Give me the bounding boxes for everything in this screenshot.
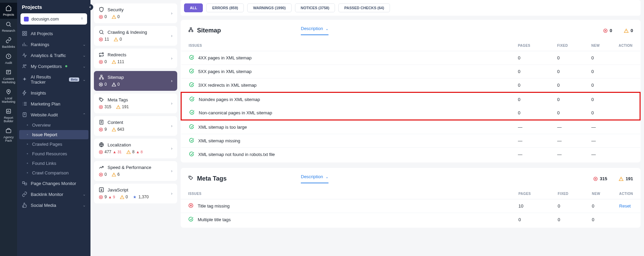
- rail-label: Backlinks: [0, 45, 17, 48]
- category-icon: [99, 74, 104, 80]
- domain-favicon: [24, 17, 29, 22]
- nav-icon: [22, 181, 27, 186]
- category-redirects[interactable]: Redirects 0 111›: [94, 48, 177, 68]
- issue-filter-tabs: ALLERRORS (859)WARNINGS (1990)NOTICES (3…: [181, 0, 641, 16]
- category-crawling-indexing[interactable]: Crawling & Indexing 11 0›: [94, 26, 177, 46]
- nav-icon: [22, 31, 27, 36]
- svg-rect-5: [23, 31, 24, 33]
- rail-item-backlinks[interactable]: Backlinks: [0, 35, 17, 51]
- nav-sub-crawled-pages[interactable]: Crawled Pages: [19, 140, 88, 149]
- issue-row[interactable]: Noindex pages in XML sitemap000: [181, 93, 640, 106]
- filter-passed[interactable]: PASSED CHECKS (64): [338, 3, 390, 12]
- th-issues: ISSUES: [181, 40, 510, 51]
- cell-new: 0: [584, 65, 611, 79]
- nav-label: Social Media: [31, 203, 56, 208]
- rail-item-research[interactable]: Research: [0, 19, 17, 35]
- nav-item-website-audit[interactable]: Website Audit⌃: [17, 109, 90, 120]
- category-security[interactable]: Security 0 0›: [94, 3, 177, 23]
- rail-item-local-marketing[interactable]: LocalMarketing: [0, 86, 17, 106]
- nav-icon: [22, 53, 27, 58]
- filter-all[interactable]: ALL: [184, 3, 203, 12]
- cell-fixed: —: [550, 134, 584, 148]
- error-count: 477 ▲ 31: [99, 150, 122, 154]
- rail-item-projects[interactable]: Projects: [0, 3, 17, 19]
- chevron-icon: ⌄: [83, 77, 86, 82]
- rail-item-report-builder[interactable]: ReportBuilder: [0, 106, 17, 125]
- issue-row[interactable]: Title tag missing1000Reset: [181, 199, 641, 213]
- nav-icon: [22, 42, 27, 47]
- issue-row[interactable]: XML sitemap missing———: [181, 134, 640, 148]
- cell-fixed: 0: [550, 93, 584, 106]
- nav-item-page-changes-monitor[interactable]: Page Changes Monitor: [17, 178, 90, 189]
- status-icon: [189, 151, 194, 158]
- issue-row[interactable]: 3XX redirects in XML sitemap000: [181, 79, 640, 93]
- category-content[interactable]: Content 9 643›: [94, 116, 177, 136]
- error-count: 0: [99, 14, 107, 19]
- nav-item-analytics-traffic[interactable]: Analytics & Traffic⌄: [17, 50, 90, 61]
- nav-icon: [22, 63, 27, 69]
- nav-item-rankings[interactable]: Rankings⌄: [17, 39, 90, 50]
- rail-item-audit[interactable]: Audit: [0, 51, 17, 67]
- rail-label: AgencyPack: [0, 136, 17, 142]
- nav-sub-crawl-comparison[interactable]: Crawl Comparison: [19, 168, 88, 177]
- category-speed-performance[interactable]: Speed & Performance 0 6›: [94, 161, 177, 181]
- chevron-icon: ⌄: [83, 203, 86, 208]
- section-view-dropdown[interactable]: Description ⌄: [301, 174, 328, 183]
- filter-warnings[interactable]: WARNINGS (1990): [247, 3, 291, 12]
- issue-row[interactable]: XML sitemap not found in robots.txt file…: [181, 148, 640, 161]
- nav-item-all-projects[interactable]: All Projects: [17, 28, 90, 39]
- collapse-sidebar-button[interactable]: [87, 4, 93, 10]
- category-sitemap[interactable]: Sitemap 0 0›: [94, 71, 177, 91]
- domain-selector[interactable]: docusign.com: [20, 13, 87, 25]
- status-icon: [189, 55, 194, 61]
- category-icon: [99, 165, 104, 170]
- nav-sub-found-links[interactable]: Found Links: [19, 159, 88, 168]
- cell-fixed: 0: [550, 213, 584, 227]
- nav-item-marketing-plan[interactable]: Marketing Plan: [17, 98, 90, 109]
- svg-point-35: [190, 177, 190, 177]
- chevron-icon: ⌄: [83, 42, 86, 47]
- warning-count: 0: [120, 195, 128, 199]
- rail-icon: [0, 53, 17, 60]
- category-label: Localization: [108, 142, 131, 147]
- filter-errors[interactable]: ERRORS (859): [206, 3, 244, 12]
- cell-pages: —: [510, 134, 550, 148]
- nav-item-backlink-monitor[interactable]: Backlink Monitor⌄: [17, 189, 90, 200]
- cell-pages: —: [510, 148, 550, 161]
- domain-name: docusign.com: [31, 16, 78, 22]
- cell-pages: —: [510, 120, 550, 134]
- chevron-right-icon: ›: [171, 146, 172, 151]
- nav-icon: [22, 77, 27, 82]
- issue-row[interactable]: Multiple title tags000: [181, 213, 641, 227]
- nav-item-insights[interactable]: Insights: [17, 87, 90, 98]
- cell-action: [611, 106, 640, 120]
- svg-rect-33: [192, 31, 193, 32]
- section-icon: [188, 175, 194, 182]
- nav-sub-found-resources[interactable]: Found Resources: [19, 149, 88, 158]
- category-localization[interactable]: Localization 477 ▲ 31 8 ▲ 8›: [94, 139, 177, 158]
- issue-row[interactable]: 5XX pages in XML sitemap000: [181, 65, 640, 79]
- issue-row[interactable]: XML sitemap is too large———: [181, 120, 640, 134]
- cell-action[interactable]: Reset: [612, 199, 641, 213]
- category-meta-tags[interactable]: Meta Tags 315 191›: [94, 94, 177, 113]
- issue-row[interactable]: 4XX pages in XML sitemap000: [181, 51, 640, 65]
- issue-row[interactable]: Non-canonical pages in XML sitemap000: [181, 106, 640, 120]
- filter-notices[interactable]: NOTICES (3758): [295, 3, 335, 12]
- status-icon: [188, 216, 194, 223]
- section-warning-total: 0: [624, 28, 633, 33]
- issue-name: XML sitemap missing: [198, 138, 240, 143]
- section-view-dropdown[interactable]: Description ⌄: [301, 26, 328, 35]
- category-label: Crawling & Indexing: [108, 30, 147, 35]
- nav-item-social-media[interactable]: Social Media⌄: [17, 200, 90, 211]
- chevron-right-icon: ›: [171, 123, 172, 128]
- nav-item-my-competitors[interactable]: My Competitors⌄: [17, 61, 90, 72]
- category-javascript[interactable]: JavaScript 9 ▲ 9 0 1,370›: [94, 184, 177, 203]
- cell-pages: 10: [511, 199, 550, 213]
- rail-item-content-marketing[interactable]: ContentMarketing: [0, 67, 17, 86]
- nav-sub-overview[interactable]: Overview: [19, 120, 88, 130]
- rail-item-agency-pack[interactable]: AgencyPack: [0, 125, 17, 145]
- nav-item-ai-results-tracker[interactable]: AI Results TrackerBeta⌄: [17, 72, 90, 87]
- section-warning-total: 191: [619, 176, 633, 181]
- nav-sub-issue-report[interactable]: Issue Report: [19, 130, 88, 139]
- chevron-right-icon: ›: [171, 33, 172, 38]
